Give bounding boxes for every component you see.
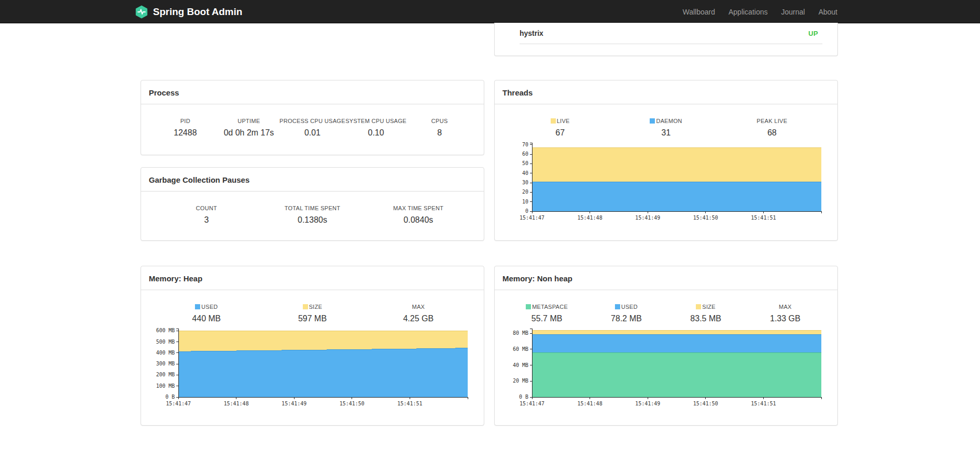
legend-label: PEAK LIVE [757,118,787,124]
nav-link-journal[interactable]: Journal [774,8,811,16]
legend-label: MAX [412,304,425,310]
legend-live: LIVE 67 [507,118,613,138]
metric-label: COUNT [153,205,259,211]
svg-text:15:41:49: 15:41:49 [282,401,306,406]
metric-pid: PID 12488 [153,118,217,138]
brand-link[interactable]: Spring Boot Admin [135,0,242,23]
nonheap-chart: 0 B20 MB40 MB60 MB80 MB15:41:4715:41:481… [495,325,837,411]
heap-legend: USED 440 MB SIZE 597 MB MAX 4.25 GB [141,290,484,323]
svg-text:15:41:51: 15:41:51 [397,401,422,406]
svg-text:400 MB: 400 MB [156,350,175,356]
svg-text:60: 60 [522,151,528,157]
used-swatch-icon [615,304,620,309]
svg-text:30: 30 [522,180,528,185]
legend-size: SIZE 83.5 MB [666,304,746,323]
navbar: Spring Boot Admin Wallboard Applications… [0,0,980,23]
svg-text:50: 50 [522,160,528,166]
legend-value: 67 [507,128,613,138]
svg-text:15:41:47: 15:41:47 [520,215,544,221]
nav-link-applications[interactable]: Applications [722,8,775,16]
metric-label: PID [153,118,217,124]
legend-label-row: PEAK LIVE [719,118,825,124]
legend-value: 4.25 GB [366,314,471,323]
panel-title: Memory: Non heap [495,266,837,290]
svg-text:15:41:47: 15:41:47 [166,401,191,406]
legend-value: 55.7 MB [507,314,586,323]
navbar-links: Wallboard Applications Journal About [676,0,844,23]
legend-label: DAEMON [656,118,682,124]
legend-label-row: MAX [746,304,825,310]
svg-text:80 MB: 80 MB [513,330,528,336]
metric-label: TOTAL TIME SPENT [259,205,365,211]
application-name: hystrix [520,29,543,37]
metric-value: 0.1380s [259,215,365,225]
legend-label: SIZE [309,304,323,310]
legend-label: METASPACE [532,304,568,310]
legend-daemon: DAEMON 31 [613,118,719,138]
svg-text:20: 20 [522,189,528,195]
used-swatch-icon [195,304,200,309]
svg-text:300 MB: 300 MB [156,361,175,366]
legend-value: 597 MB [259,314,365,323]
metric-gc-max-time: MAX TIME SPENT 0.0840s [366,205,471,225]
svg-text:0 B: 0 B [519,394,528,400]
metric-process-cpu-usage: PROCESS CPU USAGE 0.01 [281,118,344,138]
legend-used: USED 78.2 MB [586,304,666,323]
metric-value: 0.01 [281,128,344,138]
svg-text:10: 10 [522,199,528,205]
svg-text:40 MB: 40 MB [513,362,528,368]
heap-chart: 0 B100 MB200 MB300 MB400 MB500 MB600 MB1… [141,325,484,411]
metaspace-swatch-icon [526,304,531,309]
svg-text:15:41:48: 15:41:48 [224,401,249,406]
svg-text:200 MB: 200 MB [156,372,175,377]
panel-process: Process PID 12488 UPTIME 0d 0h 2m 17s PR… [141,80,484,155]
legend-label-row: USED [586,304,666,310]
legend-label-row: USED [153,304,259,310]
panel-garbage-collection: Garbage Collection Pauses COUNT 3 TOTAL … [141,167,484,241]
legend-value: 31 [613,128,719,138]
legend-label-row: DAEMON [613,118,719,124]
svg-text:60 MB: 60 MB [513,346,528,352]
legend-label: SIZE [702,304,716,310]
legend-label: LIVE [557,118,570,124]
svg-text:15:41:49: 15:41:49 [635,401,660,406]
nav-link-wallboard[interactable]: Wallboard [676,8,722,16]
svg-text:15:41:50: 15:41:50 [693,215,718,221]
brand-logo-icon [135,5,148,19]
process-metrics: PID 12488 UPTIME 0d 0h 2m 17s PROCESS CP… [141,104,484,138]
svg-text:40: 40 [522,170,528,176]
svg-text:70: 70 [522,142,528,147]
daemon-swatch-icon [650,118,655,124]
metric-gc-total-time: TOTAL TIME SPENT 0.1380s [259,205,365,225]
metric-uptime: UPTIME 0d 0h 2m 17s [217,118,281,138]
application-row[interactable]: hystrix UP [520,23,822,44]
panel-title: Garbage Collection Pauses [141,168,484,192]
size-swatch-icon [303,304,308,309]
legend-label: USED [201,304,218,310]
application-panel: hystrix UP [494,23,838,56]
svg-text:15:41:48: 15:41:48 [578,215,603,221]
nonheap-legend: METASPACE 55.7 MB USED 78.2 MB SIZE 83.5… [495,290,837,323]
brand-title: Spring Boot Admin [153,6,242,18]
panel-memory-non-heap: Memory: Non heap METASPACE 55.7 MB USED … [494,266,838,426]
legend-max: MAX 4.25 GB [366,304,471,323]
metric-cpus: CPUS 8 [408,118,471,138]
nav-link-about[interactable]: About [811,8,844,16]
legend-label: MAX [779,304,792,310]
metric-value: 3 [153,215,259,225]
legend-label: USED [621,304,638,310]
threads-chart: 01020304050607015:41:4715:41:4815:41:491… [495,140,837,225]
metric-system-cpu-usage: SYSTEM CPU USAGE 0.10 [344,118,408,138]
live-swatch-icon [551,118,556,124]
metric-value: 0.10 [344,128,408,138]
legend-size: SIZE 597 MB [259,304,365,323]
legend-value: 1.33 GB [746,314,825,323]
legend-label-row: METASPACE [507,304,586,310]
svg-text:15:41:49: 15:41:49 [635,215,660,221]
legend-used: USED 440 MB [153,304,259,323]
legend-label-row: SIZE [259,304,365,310]
svg-text:15:41:51: 15:41:51 [751,401,776,406]
metric-value: 0.0840s [366,215,471,225]
legend-value: 83.5 MB [666,314,746,323]
panel-memory-heap: Memory: Heap USED 440 MB SIZE 597 MB MAX… [141,266,484,426]
